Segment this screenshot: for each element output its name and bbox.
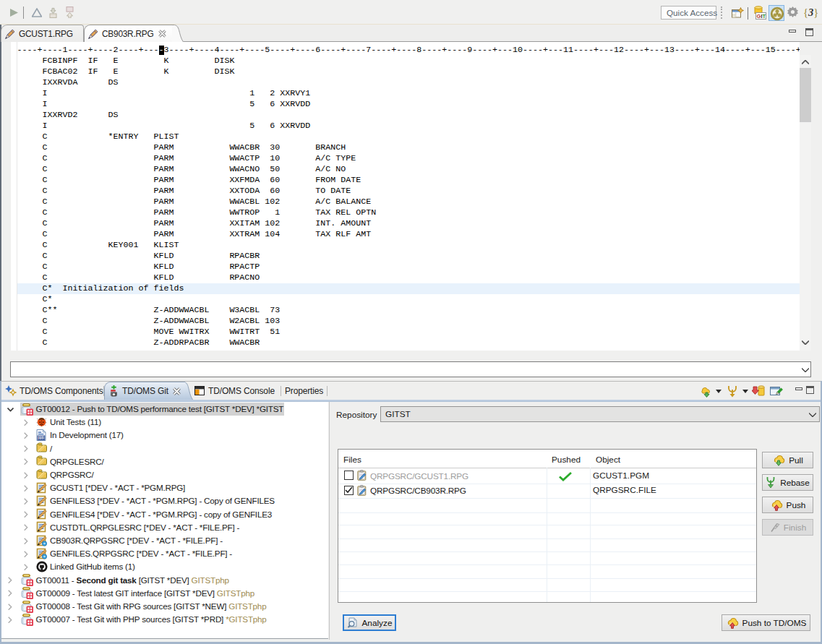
svg-text:010: 010 [38,435,45,439]
svg-text:GIT: GIT [757,13,766,20]
